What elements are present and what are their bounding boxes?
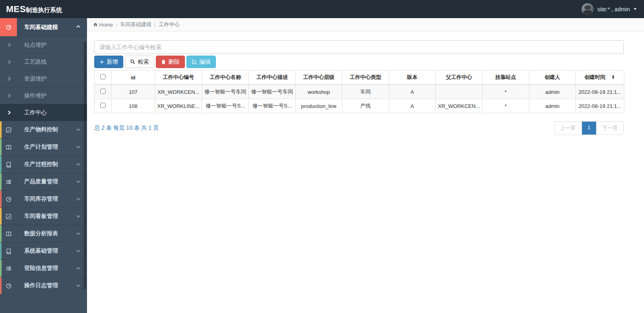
prev-page-button[interactable]: 上一页 [555,122,582,135]
search-button[interactable]: 检索 [125,56,154,68]
list-icon [0,179,17,185]
table-cell: 108 [112,99,155,113]
sidebar-item-3[interactable]: 操作维护 [0,87,87,104]
sidebar-item-2[interactable]: 资源维护 [0,70,87,87]
breadcrumb: Home / 车间基础建模 / 工作中心 [87,18,644,31]
toolbar: 新增 检索 删除 编辑 [94,56,624,68]
sidebar-group-0[interactable]: 生产物料控制 [0,121,87,138]
top-navbar: MES制造执行系统 site:* , admin [0,0,644,18]
chevron-down-icon [77,283,81,287]
edit-button[interactable]: 编辑 [186,56,216,68]
column-header-6[interactable]: 版本 [389,70,436,85]
column-header-5[interactable]: 工作中心类型 [342,70,389,85]
search-icon [130,59,135,64]
columns-icon [0,231,17,237]
sidebar-item-4[interactable]: 工作中心 [0,104,87,121]
breadcrumb-home[interactable]: Home [93,22,113,28]
edit-button-label: 编辑 [199,58,211,66]
table-cell: * [482,99,529,113]
column-header-0[interactable]: id [112,70,155,85]
breadcrumb-home-label: Home [99,22,113,28]
work-center-table: id工作中心编号工作中心名称工作中心描述工作中心层级工作中心类型版本父工作中心挂… [94,70,624,113]
sidebar-group-label: 登陆信息管理 [17,265,77,272]
user-label: site:* , admin [597,6,630,12]
table-row[interactable]: 108XR_WORKLINE...修一智能一号S...修一智能一号S...pro… [95,99,624,113]
delete-button-label: 删除 [168,58,180,66]
table-cell: 修一智能一号车间 [249,85,296,99]
column-header-8[interactable]: 挂靠站点 [482,70,529,85]
row-checkbox[interactable] [100,89,106,94]
column-header-1[interactable]: 工作中心编号 [155,70,202,85]
table-cell: 2022-08-19 21:1... [576,99,624,113]
sidebar-group-label: 生产过程控制 [17,161,77,168]
sidebar-group-6[interactable]: 数据分析报表 [0,225,87,242]
table-cell: workshop [296,85,342,99]
column-header-10[interactable]: 创建时间 [576,70,624,85]
chevron-right-icon [0,44,17,46]
pin-icon[interactable] [611,75,615,80]
table-cell: 产线 [342,99,389,113]
table-cell: production_line [296,99,342,113]
table-cell: 107 [112,85,155,99]
sidebar-group-7[interactable]: 系统基础管理 [0,242,87,259]
column-header-4[interactable]: 工作中心层级 [296,70,342,85]
gauge-icon [0,283,17,289]
table-cell: XR_WORKCEN... [436,99,482,113]
table-cell: admin [529,99,576,113]
chevron-down-icon [77,231,81,235]
group-stripe [0,277,2,294]
group-stripe [0,156,2,173]
table-cell: A [389,99,436,113]
sidebar-group-4[interactable]: 车间库存管理 [0,190,87,207]
table-row[interactable]: 107XR_WORKCEN...修一智能一号车间修一智能一号车间workshop… [95,85,624,99]
book-icon [0,248,17,254]
breadcrumb-item-workshop-modeling[interactable]: 车间基础建模 [120,21,151,28]
sidebar-group-3[interactable]: 产品质量管理 [0,173,87,190]
sidebar-group-5[interactable]: 车间看板管理 [0,207,87,225]
breadcrumb-item-work-center: 工作中心 [159,21,180,28]
page-1-button[interactable]: 1 [582,122,596,135]
select-all-checkbox[interactable] [100,74,106,79]
group-stripe [0,208,2,225]
avatar [582,3,594,15]
list-icon [0,265,17,272]
sidebar-scrollbar[interactable] [84,41,86,289]
group-stripe [0,191,2,207]
chevron-right-icon [0,60,17,63]
chevron-right-icon [0,77,17,80]
gauge-icon [0,196,17,202]
chevron-down-icon [77,214,81,218]
column-header-7[interactable]: 父工作中心 [436,70,482,85]
sidebar-item-label: 站点维护 [17,41,87,49]
gauge-icon [6,24,12,30]
search-input[interactable] [94,40,624,54]
next-page-button[interactable]: 下一页 [596,122,623,135]
sidebar-item-label: 工艺路线 [17,58,87,66]
sidebar-group-workshop-modeling[interactable]: 车间基础建模 [0,18,87,36]
user-menu[interactable]: site:* , admin [582,3,644,15]
column-header-9[interactable]: 创建人 [529,70,576,85]
sidebar-item-0[interactable]: 站点维护 [0,36,87,53]
row-checkbox[interactable] [100,103,106,108]
table-cell: 车间 [342,85,389,99]
sidebar-group-label: 车间基础建模 [17,24,77,31]
column-header-3[interactable]: 工作中心描述 [249,70,296,85]
delete-button[interactable]: 删除 [156,56,185,68]
home-icon [93,22,98,27]
record-summary: 总 2 条 每页 10 条 共 1 页 [94,124,159,132]
sidebar-group-2[interactable]: 生产过程控制 [0,155,87,173]
sidebar-group-label: 生产物料控制 [17,126,77,133]
chevron-down-icon [77,266,81,270]
sidebar-item-1[interactable]: 工艺路线 [0,53,87,70]
sidebar-group-1[interactable]: 生产计划管理 [0,138,87,155]
group-stripe [0,225,2,242]
sidebar-group-9[interactable]: 操作日志管理 [0,277,87,294]
chevron-down-icon [77,179,81,183]
sidebar-group-8[interactable]: 登陆信息管理 [0,259,87,277]
pagination: 上一页 1 下一页 [554,121,624,135]
column-header-2[interactable]: 工作中心名称 [202,70,249,85]
book-icon [0,162,17,168]
sidebar-group-label: 操作日志管理 [17,282,77,289]
app-logo[interactable]: MES制造执行系统 [0,4,87,15]
add-button[interactable]: 新增 [94,56,123,68]
